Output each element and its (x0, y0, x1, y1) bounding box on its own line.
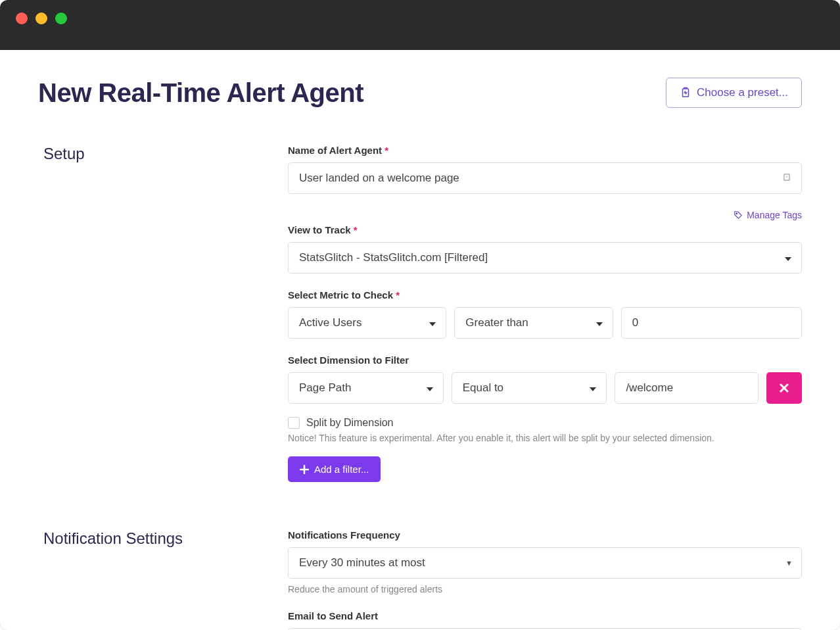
x-icon (780, 383, 789, 393)
remove-filter-button[interactable] (766, 372, 802, 404)
metric-field-label: Select Metric to Check (288, 289, 802, 301)
name-field-label: Name of Alert Agent (288, 145, 802, 156)
name-input[interactable] (288, 162, 802, 194)
minimize-window-button[interactable] (35, 12, 47, 24)
view-select[interactable]: StatsGlitch - StatsGlitch.com [Filtered] (288, 242, 802, 274)
frequency-field: Notifications Frequency Every 30 minutes… (288, 529, 802, 594)
setup-section-content: Name of Alert Agent (288, 145, 802, 498)
manage-tags-label: Manage Tags (747, 210, 802, 220)
close-window-button[interactable] (16, 12, 28, 24)
email-field: Email to Send Alert (288, 610, 802, 630)
content-area: New Real-Time Alert Agent Choose a prese… (0, 50, 840, 630)
frequency-field-label: Notifications Frequency (288, 529, 802, 541)
app-window: New Real-Time Alert Agent Choose a prese… (0, 0, 840, 630)
view-field: View to Track StatsGlitch - StatsGlitch.… (288, 224, 802, 274)
setup-section: Setup Name of Alert Agent (38, 145, 802, 498)
notification-section: Notification Settings Notifications Freq… (38, 529, 802, 630)
dimension-field: Select Dimension to Filter Page Path Equ… (288, 354, 802, 482)
metric-operator-select[interactable]: Greater than (454, 307, 613, 339)
metric-select[interactable]: Active Users (288, 307, 446, 339)
manage-tags-row: Manage Tags (288, 210, 802, 220)
svg-point-2 (736, 213, 737, 214)
tag-icon (734, 210, 743, 220)
choose-preset-button[interactable]: Choose a preset... (666, 78, 802, 108)
metric-field: Select Metric to Check Active Users Grea… (288, 289, 802, 339)
name-field: Name of Alert Agent (288, 145, 802, 194)
page-title: New Real-Time Alert Agent (38, 78, 363, 108)
dimension-operator-select[interactable]: Equal to (452, 372, 607, 404)
maximize-window-button[interactable] (55, 12, 67, 24)
split-dimension-notice: Notice! This feature is experimental. Af… (288, 433, 802, 443)
dimension-select[interactable]: Page Path (288, 372, 444, 404)
traffic-lights (16, 12, 67, 24)
input-indicator-icon (782, 173, 791, 184)
dimension-field-label: Select Dimension to Filter (288, 354, 802, 366)
split-dimension-row: Split by Dimension (288, 417, 802, 429)
choose-preset-label: Choose a preset... (697, 86, 788, 99)
metric-value-input[interactable] (621, 307, 802, 339)
email-field-label: Email to Send Alert (288, 610, 802, 621)
split-dimension-checkbox[interactable] (288, 417, 300, 429)
notification-section-content: Notifications Frequency Every 30 minutes… (288, 529, 802, 630)
plus-icon (300, 465, 309, 474)
manage-tags-link[interactable]: Manage Tags (734, 210, 802, 220)
frequency-select[interactable]: Every 30 minutes at most (288, 547, 802, 579)
setup-section-label: Setup (38, 145, 288, 498)
view-field-label: View to Track (288, 224, 802, 235)
add-filter-button[interactable]: Add a filter... (288, 456, 381, 482)
window-titlebar (0, 0, 840, 50)
frequency-helper: Reduce the amount of triggered alerts (288, 584, 802, 594)
split-dimension-label[interactable]: Split by Dimension (306, 417, 394, 429)
dimension-value-input[interactable] (615, 372, 758, 404)
clipboard-icon (680, 87, 691, 99)
notification-section-label: Notification Settings (38, 529, 288, 630)
add-filter-label: Add a filter... (314, 464, 369, 475)
page-header: New Real-Time Alert Agent Choose a prese… (38, 78, 802, 108)
